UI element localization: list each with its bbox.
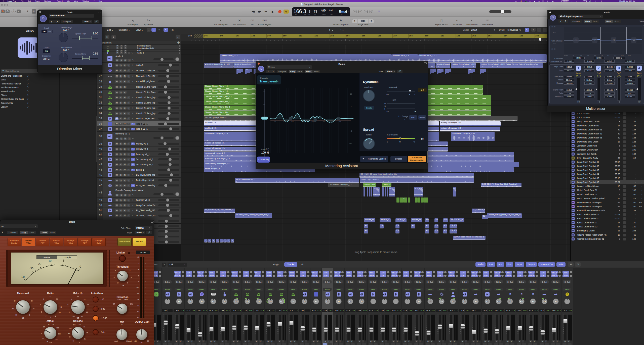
svg-text:-50: -50 — [21, 275, 25, 278]
svg-text:0: 0 — [79, 265, 81, 268]
svg-text:-5: -5 — [62, 259, 64, 262]
svg-text:-30: -30 — [29, 267, 33, 270]
svg-text:-10: -10 — [48, 259, 52, 262]
svg-text:3: 3 — [613, 38, 615, 42]
svg-text:-20: -20 — [37, 262, 41, 265]
svg-text:2: 2 — [594, 38, 596, 42]
svg-text:1: 1 — [575, 38, 577, 42]
svg-text:4: 4 — [633, 38, 635, 42]
